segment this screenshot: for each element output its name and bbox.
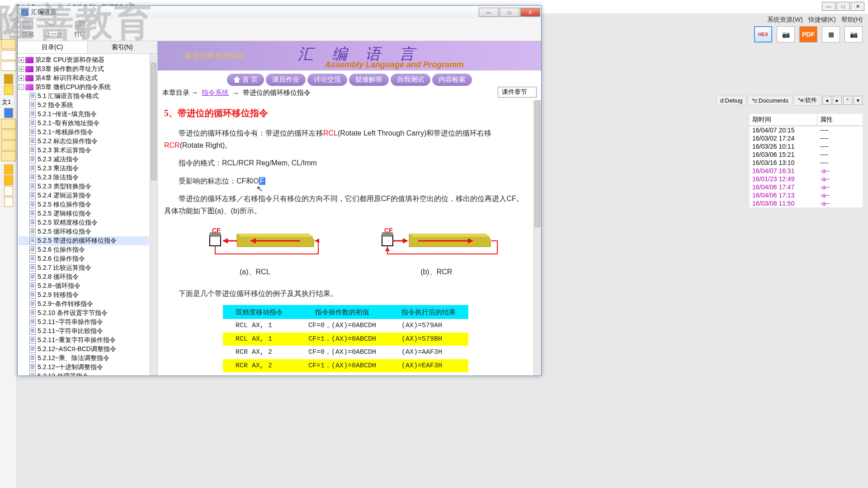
col-datetime[interactable]: 期时间	[750, 114, 817, 126]
strip-item[interactable]	[1, 50, 16, 60]
strip-item[interactable]	[1, 130, 16, 140]
tree-item[interactable]: 5.2.12~十进制调整指令	[19, 363, 149, 372]
tree-item[interactable]: +第2章 CPU资源和存储器	[19, 56, 149, 65]
toolbar-back-button[interactable]: ⇦上一步	[45, 21, 63, 38]
strip-item[interactable]	[1, 151, 16, 161]
strip-item[interactable]	[4, 186, 13, 196]
strip-help-icon[interactable]	[4, 175, 13, 185]
tree-item[interactable]: 5.2.10 条件设置字节指令	[19, 309, 149, 318]
camera-tool-button[interactable]: 📷	[777, 26, 795, 42]
tree-item[interactable]: 5.2.3 算术运算指令	[19, 146, 149, 155]
file-row[interactable]: 16/04/06 17:13-a--	[750, 191, 863, 199]
nav-discuss-button[interactable]: 讨论交流	[307, 74, 347, 86]
tree-item[interactable]: 5.2.11~重复字符串操作指令	[19, 336, 149, 345]
tree-item[interactable]: +第3章 操作数的寻址方式	[19, 65, 149, 74]
tree-item[interactable]: 5.2.3 乘法指令	[19, 164, 149, 173]
content-scrollbar[interactable]	[533, 100, 541, 375]
file-row[interactable]: 16/03/06 15:21----	[750, 150, 863, 159]
tree-item[interactable]: 5.2.5 带进位的循环移位指令	[19, 236, 149, 245]
camera2-tool-button[interactable]: 📷	[844, 26, 863, 42]
strip-item[interactable]	[1, 141, 16, 150]
tree-scrollbar[interactable]	[150, 54, 157, 375]
tree-item[interactable]: 5.2.6 位操作指令	[19, 245, 149, 254]
strip-item[interactable]	[4, 85, 13, 95]
tree-item[interactable]: 5.2.11~字符串操作指令	[19, 318, 149, 327]
tree-item[interactable]: 5.2.1~取有效地址指令	[19, 119, 149, 128]
strip-item[interactable]	[4, 108, 13, 118]
path-tab[interactable]: *e:软件	[794, 95, 821, 106]
pdf-tool-button[interactable]: PDF	[799, 26, 817, 42]
tree-item[interactable]: 5.2.9 转移指令	[19, 291, 149, 300]
chapter-dropdown[interactable]: 课件章节	[498, 87, 537, 98]
file-row[interactable]: 16/04/07 16:31-a--	[750, 167, 863, 175]
tree-item[interactable]: 5.1 汇编语言指令格式	[19, 92, 149, 101]
window-maximize-button[interactable]: □	[500, 8, 519, 17]
tree-item[interactable]: 5.2.3 类型转换指令	[19, 182, 149, 191]
path-star-button[interactable]: *	[843, 96, 852, 105]
strip-item[interactable]	[1, 119, 16, 129]
tree-item[interactable]: 5.2.7 比较运算指令	[19, 263, 149, 272]
tree-item[interactable]: 5.2.5 移位操作指令	[19, 200, 149, 209]
crumb-link[interactable]: 指令系统	[202, 89, 229, 97]
tab-contents[interactable]: 目录(C)	[18, 41, 88, 53]
tree-item[interactable]: 5.2.11~字符串比较指令	[19, 327, 149, 336]
tab-index[interactable]: 索引(N)	[88, 41, 158, 53]
tree-item[interactable]: 5.2.5 逻辑移位指令	[19, 209, 149, 218]
toc-tree[interactable]: +第2章 CPU资源和存储器+第3章 操作数的寻址方式+第4章 标识符和表达式-…	[18, 54, 150, 375]
tree-item[interactable]: 5.2.9~条件转移指令	[19, 300, 149, 309]
strip-help-icon[interactable]	[4, 164, 13, 174]
tree-item[interactable]: 5.2.12~ASCII-BCD调整指令	[19, 345, 149, 354]
tree-item[interactable]: 5.2.3 除法指令	[19, 173, 149, 182]
path-dropdown-button[interactable]: ▼	[854, 96, 863, 105]
file-row[interactable]: 16/04/06 17:47-a--	[750, 183, 863, 191]
strip-item[interactable]	[4, 74, 13, 84]
path-tab[interactable]: *c:Documents	[748, 96, 793, 105]
menu-shortcuts[interactable]: 快捷键(K)	[808, 16, 836, 24]
tree-item[interactable]: 5.2.8 循环指令	[19, 272, 149, 282]
tree-item[interactable]: 5.2.12~乘、除法调整指令	[19, 354, 149, 363]
toolbar-hide-button[interactable]: 隐藏	[22, 21, 34, 38]
nav-homework-button[interactable]: 课后作业	[266, 74, 306, 86]
strip-item[interactable]	[4, 197, 13, 207]
tree-item[interactable]: 5.2.1~传送~填充指令	[19, 110, 149, 119]
tree-item[interactable]: 5.2.6 位操作指令	[19, 254, 149, 263]
nav-home-button[interactable]: 首 页	[227, 74, 264, 86]
outer-min-button[interactable]: —	[822, 2, 835, 11]
hex-tool-button[interactable]: HEX	[754, 26, 772, 42]
file-row[interactable]: 16/04/07 20:15----	[750, 126, 863, 134]
tree-item[interactable]: -第5章 微机CPU的指令系统	[19, 83, 149, 92]
path-prev-button[interactable]: ◄	[822, 96, 831, 105]
path-next-button[interactable]: ►	[833, 96, 842, 105]
nav-search-button[interactable]: 内容检索	[432, 74, 472, 86]
tree-item[interactable]: 5.2.8~循环指令	[19, 282, 149, 291]
menu-resources[interactable]: 系统资源(W)	[767, 16, 803, 24]
tree-item[interactable]: 5.2 指令系统	[19, 101, 149, 110]
file-row[interactable]: 16/01/23 12:49-a--	[750, 175, 863, 183]
tree-item[interactable]: 5.2.5 双精度移位指令	[19, 218, 149, 227]
path-tab[interactable]: d:Debug	[716, 96, 746, 105]
tree-item[interactable]: 5.2.3 减法指令	[19, 155, 149, 164]
menu-help[interactable]: 帮助(H)	[841, 16, 863, 24]
tree-item[interactable]: +第4章 标识符和表达式	[19, 74, 149, 83]
file-row[interactable]: 16/03/16 13:10----	[750, 159, 863, 167]
window-close-button[interactable]: X	[520, 8, 540, 17]
nav-selftest-button[interactable]: 自我测试	[391, 74, 430, 86]
strip-item[interactable]	[1, 61, 16, 71]
tree-item[interactable]: 5.2.1~堆栈操作指令	[19, 128, 149, 137]
tree-item[interactable]: 5.2.13 处理器指令	[19, 372, 149, 375]
window-minimize-button[interactable]: —	[479, 8, 499, 17]
tree-item[interactable]: 5.2.4 逻辑运算指令	[19, 191, 149, 200]
grid-tool-button[interactable]: ▦	[822, 26, 840, 42]
file-row[interactable]: 16/03/26 10:11----	[750, 142, 863, 150]
tree-item[interactable]: 5.2.5 循环移位指令	[19, 227, 149, 236]
help-titlebar[interactable]: 汇编语言 — □ X	[18, 6, 541, 19]
scrollbar-thumb[interactable]	[151, 63, 156, 180]
article-body[interactable]: 5、带进位的循环移位指令 带进位的循环移位指令有：带进位的循环左移RCL(Rot…	[158, 100, 533, 375]
tree-item[interactable]: 5.2.2 标志位操作指令	[19, 137, 149, 146]
strip-item[interactable]	[1, 39, 16, 49]
toolbar-print-button[interactable]: 打印	[74, 21, 86, 38]
file-row[interactable]: 16/03/08 11:50-a--	[750, 199, 863, 207]
outer-max-button[interactable]: □	[836, 2, 850, 11]
outer-close-button[interactable]: ✕	[851, 2, 864, 11]
scrollbar-thumb[interactable]	[535, 101, 540, 227]
